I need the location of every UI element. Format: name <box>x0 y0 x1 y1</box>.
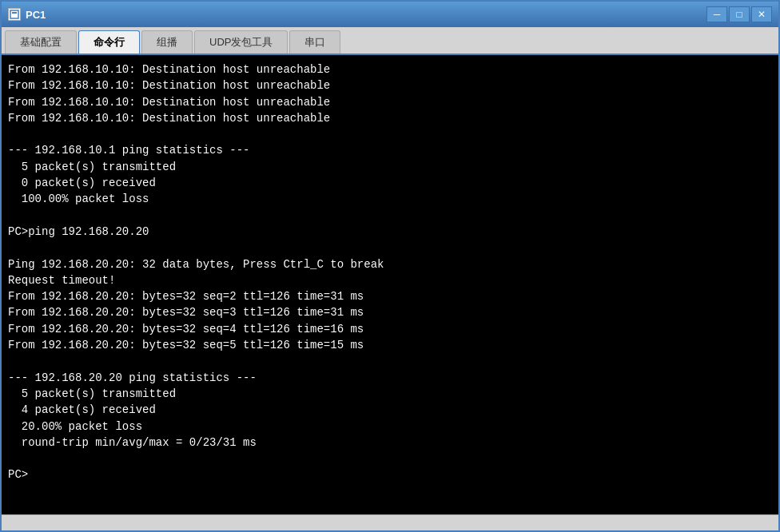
minimize-button[interactable]: ─ <box>706 6 727 22</box>
svg-rect-1 <box>12 12 17 14</box>
tab-serial[interactable]: 串口 <box>289 30 340 54</box>
svg-rect-0 <box>10 10 18 18</box>
status-bar <box>2 514 778 530</box>
tab-command-line[interactable]: 命令行 <box>78 30 140 54</box>
maximize-button[interactable]: □ <box>729 6 750 22</box>
terminal-output[interactable]: From 192.168.10.10: Destination host unr… <box>2 55 778 514</box>
main-window: PC1 ─ □ ✕ 基础配置 命令行 组播 UDP发包工具 串口 From 19… <box>0 0 780 532</box>
tab-bar: 基础配置 命令行 组播 UDP发包工具 串口 <box>2 27 778 55</box>
tab-udp-tool[interactable]: UDP发包工具 <box>194 30 288 54</box>
title-bar: PC1 ─ □ ✕ <box>2 2 778 27</box>
tab-multicast[interactable]: 组播 <box>141 30 193 54</box>
window-icon <box>8 8 21 21</box>
tab-basic-config[interactable]: 基础配置 <box>5 30 77 54</box>
close-button[interactable]: ✕ <box>751 6 772 22</box>
content-area: From 192.168.10.10: Destination host unr… <box>2 55 778 514</box>
window-title: PC1 <box>26 9 706 21</box>
window-controls: ─ □ ✕ <box>706 6 772 22</box>
